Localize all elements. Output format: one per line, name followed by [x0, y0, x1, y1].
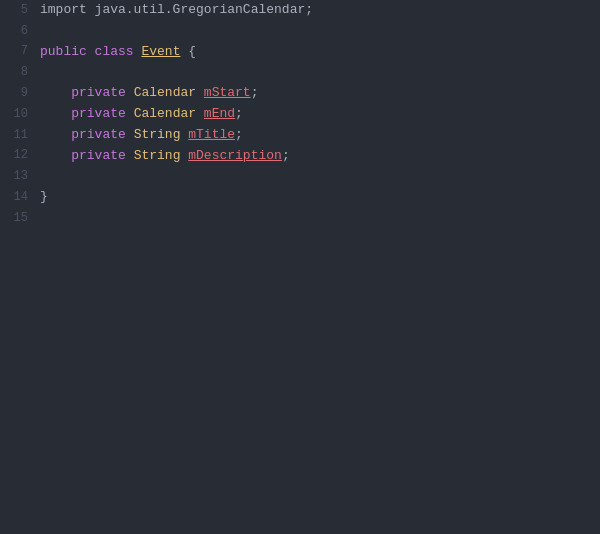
code-line-5: import java.util.GregorianCalendar;: [40, 0, 596, 21]
line7-brace: {: [180, 42, 196, 63]
line-num-11: 11: [8, 125, 28, 146]
line-num-9: 9: [8, 83, 28, 104]
line12-var: mDescription: [188, 146, 282, 167]
line-numbers: 5 6 7 8 9 10 11 12 13 14 15: [0, 0, 36, 534]
line7-class: class: [95, 42, 142, 63]
line12-indent: [40, 146, 71, 167]
line10-indent: [40, 104, 71, 125]
line10-private: private: [71, 104, 133, 125]
line11-semi: ;: [235, 125, 243, 146]
line10-type: Calendar: [134, 104, 204, 125]
line11-type: String: [134, 125, 189, 146]
line11-private: private: [71, 125, 133, 146]
line12-semi: ;: [282, 146, 290, 167]
code-line-12: private String mDescription;: [40, 146, 596, 167]
line9-indent: [40, 83, 71, 104]
line-num-14: 14: [8, 187, 28, 208]
code-line-13: [40, 166, 596, 187]
line-num-10: 10: [8, 104, 28, 125]
code-line-8: [40, 62, 596, 83]
line11-var: mTitle: [188, 125, 235, 146]
line-num-13: 13: [8, 166, 28, 187]
line7-event: Event: [141, 42, 180, 63]
line5-text: import java.util.GregorianCalendar;: [40, 0, 313, 21]
line10-var: mEnd: [204, 104, 235, 125]
code-line-15: [40, 208, 596, 229]
code-line-6: [40, 21, 596, 42]
line14-brace: }: [40, 187, 48, 208]
line12-private: private: [71, 146, 133, 167]
code-line-14: }: [40, 187, 596, 208]
line-num-6: 6: [8, 21, 28, 42]
line10-semi: ;: [235, 104, 243, 125]
line-num-7: 7: [8, 42, 28, 63]
line-num-5: 5: [8, 0, 28, 21]
line9-type: Calendar: [134, 83, 204, 104]
line9-private: private: [71, 83, 133, 104]
line12-type: String: [134, 146, 189, 167]
line9-semi: ;: [251, 83, 259, 104]
code-line-11: private String mTitle;: [40, 125, 596, 146]
line-num-8: 8: [8, 62, 28, 83]
code-line-7: public class Event {: [40, 42, 596, 63]
code-content[interactable]: import java.util.GregorianCalendar; publ…: [36, 0, 600, 534]
line11-indent: [40, 125, 71, 146]
line9-var: mStart: [204, 83, 251, 104]
code-line-10: private Calendar mEnd;: [40, 104, 596, 125]
line7-public: public: [40, 42, 95, 63]
code-line-9: private Calendar mStart;: [40, 83, 596, 104]
line-num-12: 12: [8, 146, 28, 167]
line-num-15: 15: [8, 208, 28, 229]
code-editor: 5 6 7 8 9 10 11 12 13 14 15 import java.…: [0, 0, 600, 534]
